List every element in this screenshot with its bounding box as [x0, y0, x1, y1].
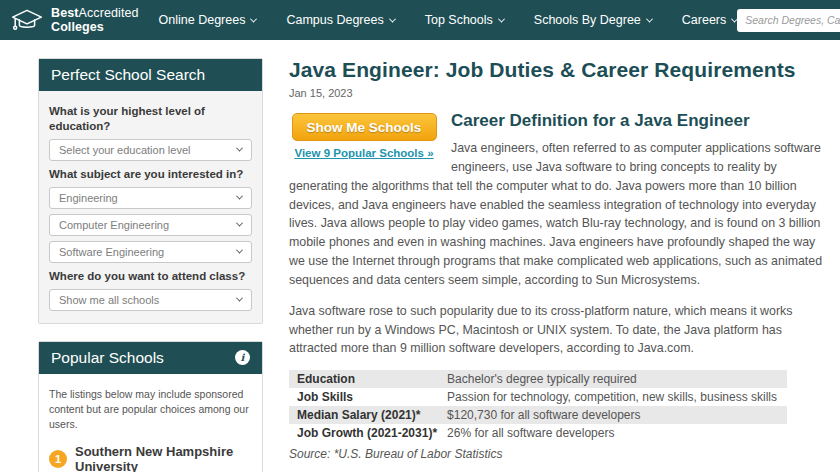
nav-schools-by-degree[interactable]: Schools By Degree — [534, 13, 652, 27]
sponsored-disclaimer: The listings below may include sponsored… — [49, 387, 252, 433]
table-row: Job Growth (2021-2031)* 26% for all soft… — [289, 424, 787, 442]
chevron-down-icon — [236, 295, 243, 302]
nav-campus-degrees[interactable]: Campus Degrees — [286, 13, 394, 27]
chevron-down-icon — [389, 15, 396, 22]
school-list-item: 1 Southern New Hampshire University — [49, 444, 252, 472]
subject-sub-select[interactable]: Computer Engineering — [49, 214, 252, 236]
popular-schools-panel: Popular Schools i The listings below may… — [38, 341, 263, 472]
sidebar: Perfect School Search What is your highe… — [38, 58, 263, 472]
chevron-down-icon — [236, 220, 243, 227]
question-label: What is your highest level of education? — [49, 104, 252, 134]
perfect-school-search-panel: Perfect School Search What is your highe… — [38, 58, 263, 324]
panel-title: Perfect School Search — [39, 59, 262, 91]
top-navigation-bar: BestAccredited Colleges Online Degrees C… — [0, 0, 840, 40]
site-logo[interactable]: BestAccredited Colleges — [10, 6, 139, 35]
publish-date: Jan 15, 2023 — [289, 87, 829, 99]
chevron-down-icon — [236, 247, 243, 254]
paragraph: Java engineers, often referred to as com… — [289, 139, 829, 290]
chevron-down-icon — [646, 15, 653, 22]
cta-block: Show Me Schools View 9 Popular Schools » — [291, 113, 437, 161]
question-label: Where do you want to attend class? — [49, 269, 252, 284]
rank-badge: 1 — [49, 450, 67, 468]
site-name: BestAccredited Colleges — [51, 6, 139, 35]
article: Java Engineer: Job Duties & Career Requi… — [289, 58, 829, 472]
education-level-select[interactable]: Select your education level — [49, 139, 252, 161]
panel-title: Popular Schools i — [39, 342, 262, 374]
subject-specialty-select[interactable]: Software Engineering — [49, 241, 252, 263]
show-me-schools-button[interactable]: Show Me Schools — [292, 113, 437, 141]
school-name: Southern New Hampshire University — [75, 444, 252, 472]
chevron-down-icon — [498, 15, 505, 22]
nav-online-degrees[interactable]: Online Degrees — [159, 13, 257, 27]
chevron-down-icon — [236, 145, 243, 152]
nav-careers[interactable]: Careers — [682, 13, 737, 27]
graduation-cap-icon — [10, 7, 44, 34]
chevron-down-icon — [236, 193, 243, 200]
search-input[interactable] — [737, 9, 840, 32]
header-search — [737, 9, 840, 32]
table-row: Job Skills Passion for technology, compe… — [289, 388, 787, 406]
page-content: Perfect School Search What is your highe… — [0, 40, 840, 472]
question-label: What subject are you interested in? — [49, 167, 252, 182]
nav-top-schools[interactable]: Top Schools — [425, 13, 504, 27]
paragraph: Java software rose to such popularity du… — [289, 302, 829, 359]
info-icon[interactable]: i — [235, 350, 250, 365]
view-popular-schools-link[interactable]: View 9 Popular Schools » — [294, 147, 433, 159]
table-source-note: Source: *U.S. Bureau of Labor Statistics — [289, 447, 829, 461]
subject-select[interactable]: Engineering — [49, 187, 252, 209]
chevron-down-icon — [250, 15, 257, 22]
attend-class-select[interactable]: Show me all schools — [49, 289, 252, 311]
main-navigation: Online Degrees Campus Degrees Top School… — [159, 13, 738, 27]
career-facts-table: Education Bachelor's degree typically re… — [289, 370, 787, 442]
page-title: Java Engineer: Job Duties & Career Requi… — [289, 58, 829, 82]
table-row: Median Salary (2021)* $120,730 for all s… — [289, 406, 787, 424]
table-row: Education Bachelor's degree typically re… — [289, 370, 787, 388]
